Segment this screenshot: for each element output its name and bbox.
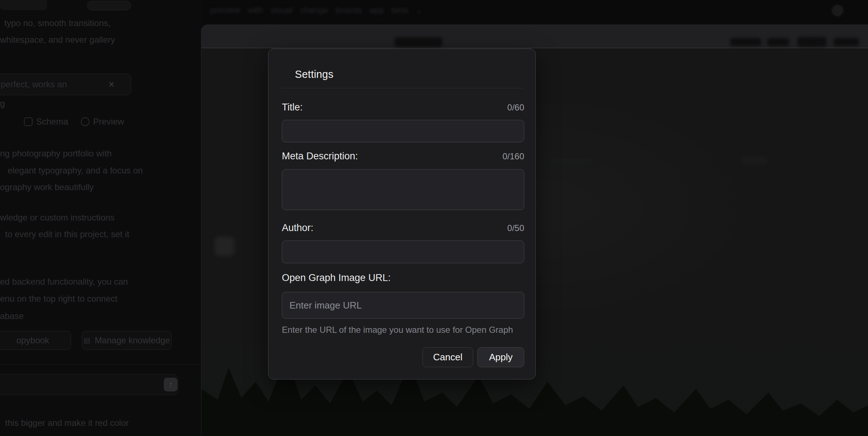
breadcrumb-word: with — [248, 5, 263, 15]
modal-title: Settings — [295, 68, 333, 80]
preview-text-blob — [741, 156, 767, 165]
avatar[interactable] — [832, 5, 843, 16]
context-chip[interactable]: perfect, works an ✕ — [0, 74, 131, 95]
sidebar-divider — [0, 364, 201, 365]
preview-text-blob — [551, 158, 591, 165]
chat-sidebar: typo no, smooth transitions, whitespace,… — [0, 0, 201, 436]
chat-message-fragment: enu on the top right to connect — [0, 294, 117, 304]
schema-toggle[interactable]: Schema — [24, 117, 68, 127]
title-char-counter: 0/60 — [507, 102, 524, 113]
chat-message-fragment: g — [0, 98, 5, 109]
project-breadcrumb[interactable]: preview with visual change boards app be… — [210, 5, 423, 15]
preview-logo — [395, 37, 442, 47]
breadcrumb-word: preview — [210, 5, 241, 15]
chat-message-fragment: wledge or custom instructions — [0, 213, 114, 223]
preview-floating-button[interactable] — [215, 236, 234, 256]
context-chip-label: perfect, works an — [1, 79, 67, 89]
preview-nav-item — [730, 38, 761, 46]
meta-description-label: Meta Description: — [282, 151, 358, 162]
title-input[interactable] — [282, 120, 524, 142]
og-image-url-label: Open Graph Image URL: — [282, 272, 391, 284]
breadcrumb-word: app — [370, 5, 384, 15]
chat-message-fragment: to every edit in this project, set it — [5, 229, 129, 239]
meta-description-char-counter: 0/160 — [502, 151, 524, 162]
close-icon[interactable]: ✕ — [108, 80, 115, 89]
preview-nav-item — [834, 38, 859, 46]
breadcrumb-word: beta — [391, 5, 408, 15]
cancel-button[interactable]: Cancel — [422, 347, 473, 367]
meta-description-field-row: Meta Description: 0/160 — [282, 151, 524, 162]
author-label: Author: — [282, 222, 313, 234]
preview-toggle-label: Preview — [93, 117, 124, 127]
chat-message-fragment: abase — [0, 311, 24, 321]
preview-nav-item — [767, 38, 789, 46]
sidebar-top-tab[interactable] — [0, 0, 47, 10]
apply-button-label: Apply — [489, 352, 513, 363]
send-button[interactable]: ↑ — [164, 378, 178, 391]
chevron-down-icon: ⌄ — [416, 5, 423, 15]
sidebar-top-pill[interactable] — [87, 1, 131, 11]
og-image-helper-text: Enter the URL of the image you want to u… — [282, 325, 524, 335]
author-char-counter: 0/50 — [507, 223, 524, 233]
meta-description-textarea[interactable] — [282, 169, 524, 210]
cancel-button-label: Cancel — [433, 352, 463, 363]
chat-message-fragment: whitespace, and never gallery — [0, 35, 115, 45]
user-message-fragment: this bigger and make it red color — [5, 418, 129, 428]
schema-icon — [24, 117, 33, 126]
chat-message-fragment: ography work beautifully — [0, 182, 94, 192]
chat-message-fragment: ng photography portfolio with — [0, 148, 112, 159]
breadcrumb-word: change — [300, 5, 329, 15]
og-image-field-row: Open Graph Image URL: — [282, 272, 524, 284]
title-field-row: Title: 0/60 — [282, 102, 524, 113]
preview-toggle[interactable]: Preview — [81, 117, 124, 127]
breadcrumb-word: boards — [336, 5, 362, 15]
send-icon: ↑ — [169, 380, 173, 389]
chat-message-fragment: elegant typography, and a focus on — [8, 165, 143, 176]
author-field-row: Author: 0/50 — [282, 222, 524, 234]
author-input[interactable] — [282, 240, 524, 263]
schema-toggle-label: Schema — [36, 117, 68, 127]
chat-prompt-input[interactable] — [0, 374, 178, 395]
eye-icon — [81, 117, 89, 126]
playbook-button-label: opybook — [16, 335, 49, 345]
app-window: typo no, smooth transitions, whitespace,… — [0, 0, 868, 436]
settings-modal: Settings Title: 0/60 Meta Description: 0… — [268, 49, 536, 380]
playbook-button[interactable]: opybook — [0, 331, 71, 350]
breadcrumb-word: visual — [270, 5, 292, 15]
modal-divider — [281, 88, 524, 88]
og-image-url-input[interactable] — [282, 292, 524, 319]
preview-nav-item — [797, 37, 826, 47]
apply-button[interactable]: Apply — [477, 347, 524, 367]
preview-site-header — [201, 25, 868, 48]
manage-knowledge-label: Manage knowledge — [95, 335, 170, 345]
title-label: Title: — [282, 102, 303, 113]
book-icon: ▤ — [83, 336, 90, 345]
chat-message-fragment: ed backend functionality, you can — [0, 277, 128, 287]
manage-knowledge-button[interactable]: ▤ Manage knowledge — [82, 331, 172, 350]
chat-message-fragment: typo no, smooth transitions, — [4, 18, 110, 28]
